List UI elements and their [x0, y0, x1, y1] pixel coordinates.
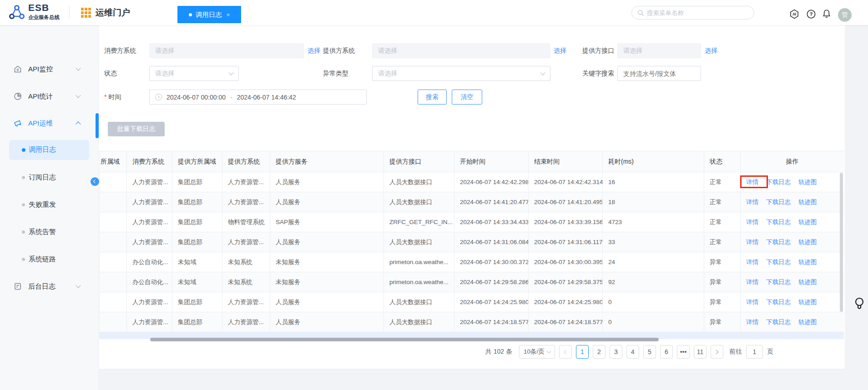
detail-link[interactable]: 详情 — [746, 258, 758, 266]
lightbulb-tip-icon[interactable] — [853, 296, 865, 312]
download-log-link[interactable]: 下载日志 — [766, 218, 791, 226]
consumer-system-field[interactable]: 请选择 — [149, 43, 304, 58]
user-avatar[interactable]: 管 — [838, 8, 852, 22]
sidebar-subitem-system-link[interactable]: 系统链路 — [0, 251, 99, 267]
sidebar-subitem-retry[interactable]: 失败重发 — [0, 197, 99, 212]
trace-link[interactable]: 轨迹图 — [798, 218, 817, 226]
top-header: ESB 企业服务总线 运维门户 调用日志 × AI ? — [0, 0, 868, 25]
detail-link[interactable]: 详情 — [746, 178, 758, 186]
provider-system-select-link[interactable]: 选择 — [554, 43, 566, 58]
clear-button[interactable]: 清空 — [452, 90, 482, 105]
batch-download-button[interactable]: 批量下载日志 — [108, 122, 165, 136]
tab-label: 调用日志 — [196, 10, 222, 19]
keyword-field[interactable] — [617, 66, 701, 81]
table-row[interactable]: 办公自动化...未知域未知系统未知服务primeton.oa.weathe...… — [100, 252, 844, 272]
sidebar-item-api-ops[interactable]: API运维 — [0, 115, 99, 131]
logo-title: ESB — [28, 2, 49, 13]
menu-search[interactable] — [631, 6, 754, 20]
next-page-button[interactable] — [711, 345, 723, 359]
download-log-link[interactable]: 下载日志 — [766, 258, 791, 266]
table-row[interactable]: 办公自动化...未知域未知系统未知服务primeton.oa.weathe...… — [100, 272, 844, 292]
page-number-button[interactable]: 11 — [694, 345, 707, 359]
sidebar-subitem-system-alert[interactable]: 系统告警 — [0, 224, 99, 240]
detail-link[interactable]: 详情 — [746, 298, 758, 306]
trace-link[interactable]: 轨迹图 — [798, 298, 817, 306]
table-row[interactable]: 人力资源管...集团总部人力资源管...人员服务人员大数据接口2024-06-0… — [100, 192, 844, 212]
document-icon — [14, 282, 22, 290]
exception-type-select[interactable]: 请选择 — [372, 66, 550, 81]
tab-close-icon[interactable]: × — [227, 11, 230, 18]
page-number-button[interactable]: 2 — [593, 345, 606, 359]
collapsed-panel-handle[interactable] — [96, 113, 99, 138]
download-log-link[interactable]: 下载日志 — [766, 178, 791, 186]
download-log-link[interactable]: 下载日志 — [766, 298, 791, 306]
tab-call-log[interactable]: 调用日志 × — [177, 6, 241, 23]
menu-search-input[interactable] — [647, 10, 738, 16]
detail-link[interactable]: 详情 — [746, 278, 758, 286]
page-number-button[interactable]: 1 — [576, 345, 589, 359]
trace-link[interactable]: 轨迹图 — [798, 198, 817, 206]
table-row[interactable]: 人力资源管...集团总部人力资源管...人员服务人员大数据接口2024-06-0… — [100, 312, 844, 332]
download-log-link[interactable]: 下载日志 — [766, 318, 791, 326]
table-row[interactable]: 人力资源管...集团总部物料管理系统SAP服务ZRFC_GET_RFC_IN..… — [100, 212, 844, 232]
trace-link[interactable]: 轨迹图 — [798, 338, 817, 340]
download-log-link[interactable]: 下载日志 — [766, 198, 791, 206]
detail-link[interactable]: 详情 — [746, 218, 758, 226]
page-ellipsis-button[interactable]: ••• — [677, 345, 690, 359]
keyword-input[interactable] — [618, 70, 701, 77]
collapse-toggle-button[interactable] — [91, 177, 99, 186]
goto-page-input[interactable] — [746, 345, 763, 359]
status-select[interactable]: 请选择 — [149, 66, 239, 81]
detail-link[interactable]: 详情 — [746, 338, 758, 340]
sidebar-item-backend-log[interactable]: 后台日志 — [0, 279, 99, 294]
prev-page-button[interactable] — [559, 345, 572, 359]
page-number-button[interactable]: 4 — [626, 345, 639, 359]
trace-link[interactable]: 轨迹图 — [798, 238, 817, 246]
table-cell: ZRFC_GET_RFC_IN... — [384, 212, 454, 232]
consumer-system-label: 消费方系统 — [104, 43, 136, 58]
trace-link[interactable]: 轨迹图 — [798, 178, 817, 186]
time-range-picker[interactable]: 2024-06-07 00:00:00 - 2024-06-07 14:46:4… — [149, 90, 367, 105]
detail-link[interactable]: 详情 — [746, 318, 758, 326]
portal-name: 运维门户 — [96, 7, 130, 19]
sidebar-subitem-call-log[interactable]: 调用日志 — [9, 140, 89, 160]
download-log-link[interactable]: 下载日志 — [766, 238, 791, 246]
table-cell: 未知域 — [172, 252, 222, 272]
page-number-button[interactable]: 6 — [660, 345, 673, 359]
download-log-link[interactable]: 下载日志 — [766, 338, 791, 340]
page-number-button[interactable]: 5 — [643, 345, 656, 359]
detail-link[interactable]: 详情 — [746, 238, 758, 246]
table-cell: 人员服务 — [270, 232, 384, 252]
sidebar-subitem-subscribe-log[interactable]: 订阅日志 — [0, 170, 99, 185]
provider-interface-select-link[interactable]: 选择 — [705, 43, 717, 58]
ai-assistant-icon[interactable]: AI — [789, 9, 799, 19]
esb-logo-icon — [8, 4, 25, 21]
call-log-table: 所属域消费方系统提供方所属域提供方系统提供方服务提供方接口开始时间结束时间耗时(… — [99, 151, 844, 339]
sidebar-item-api-monitor[interactable]: API监控 — [0, 61, 99, 77]
trace-link[interactable]: 轨迹图 — [798, 318, 817, 326]
provider-system-field[interactable]: 请选择 — [372, 43, 550, 58]
table-row[interactable]: 人力资源管...集团总部人力资源管...人员服务人员大数据接口2024-06-0… — [100, 172, 844, 192]
trace-link[interactable]: 轨迹图 — [798, 258, 817, 266]
horizontal-scrollbar[interactable] — [150, 338, 659, 341]
sidebar-item-api-stats[interactable]: API统计 — [0, 89, 99, 104]
consumer-system-select-link[interactable]: 选择 — [308, 43, 320, 58]
table-cell: 人员服务 — [270, 192, 384, 212]
table-cell: 集团总部 — [172, 232, 222, 252]
provider-interface-field[interactable]: 请选择 — [617, 43, 701, 58]
page-size-select[interactable]: 10条/页 — [519, 345, 555, 359]
download-log-link[interactable]: 下载日志 — [766, 278, 791, 286]
table-cell — [100, 252, 127, 272]
table-row[interactable]: 人力资源管...集团总部人力资源管...人员服务人员大数据接口2024-06-0… — [100, 292, 844, 312]
table-cell — [100, 292, 127, 312]
trace-link[interactable]: 轨迹图 — [798, 278, 817, 286]
notification-bell-icon[interactable] — [822, 9, 832, 19]
vertical-scrollbar[interactable] — [840, 173, 843, 312]
table-cell: 集团总部 — [172, 292, 222, 312]
table-row[interactable]: 人力资源管...集团总部人力资源管...人员服务人员大数据接口2024-06-0… — [100, 232, 844, 252]
page-number-button[interactable]: 3 — [610, 345, 622, 359]
search-button[interactable]: 搜索 — [418, 90, 447, 105]
table-cell — [100, 212, 127, 232]
help-icon[interactable]: ? — [806, 9, 816, 19]
detail-link[interactable]: 详情 — [746, 198, 758, 206]
